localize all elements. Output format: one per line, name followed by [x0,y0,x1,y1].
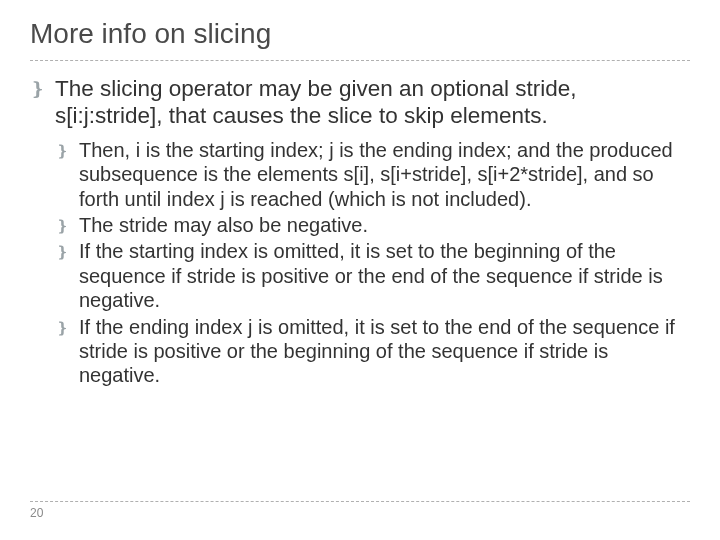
bullet-level2-text: Then, i is the starting index; j is the … [79,138,690,211]
bullet-icon: ❵ [56,217,69,235]
bullet-level1-text: The slicing operator may be given an opt… [55,75,690,130]
bullet-level2-item: ❵ Then, i is the starting index; j is th… [56,138,690,211]
bullet-level2-text: The stride may also be negative. [79,213,690,237]
page-number: 20 [30,506,43,520]
bullet-icon: ❵ [56,243,69,261]
bullet-level2-item: ❵ The stride may also be negative. [56,213,690,237]
bullet-icon: ❵ [56,142,69,160]
bullet-level1: ❵ The slicing operator may be given an o… [30,75,690,130]
bullet-level2-item: ❵ If the starting index is omitted, it i… [56,239,690,312]
bullet-level2-text: If the ending index j is omitted, it is … [79,315,690,388]
slide-title: More info on slicing [30,18,690,61]
slide-footer: 20 [30,501,690,520]
bullet-level2-item: ❵ If the ending index j is omitted, it i… [56,315,690,388]
bullet-level2-text: If the starting index is omitted, it is … [79,239,690,312]
bullet-icon: ❵ [56,319,69,337]
bullet-level2-list: ❵ Then, i is the starting index; j is th… [56,138,690,388]
slide: More info on slicing ❵ The slicing opera… [0,0,720,540]
bullet-icon: ❵ [30,79,45,101]
